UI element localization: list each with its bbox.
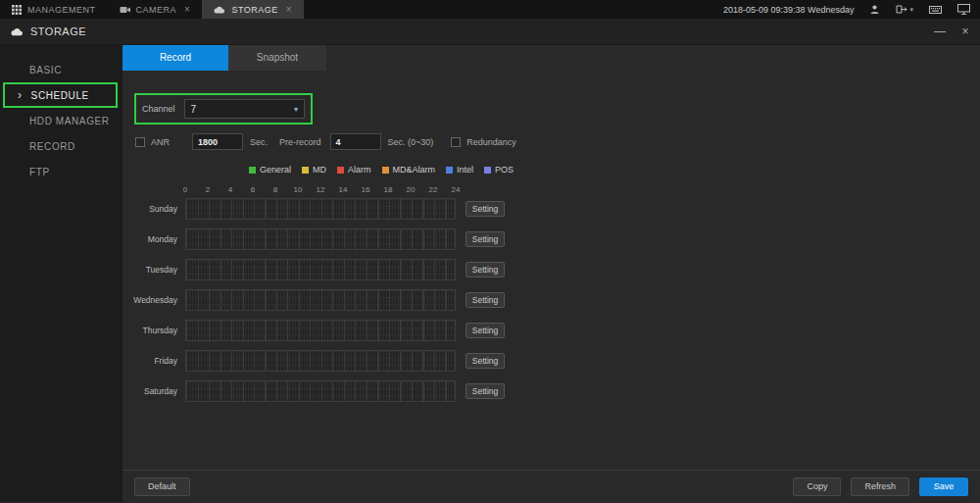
minimize-icon[interactable]: — — [934, 25, 947, 37]
schedule-grid-saturday[interactable] — [185, 380, 456, 402]
tab-record[interactable]: Record — [122, 45, 228, 71]
hour-tick-label: 20 — [407, 185, 416, 194]
legend-general: General — [249, 165, 291, 175]
anr-input[interactable]: 1800 — [192, 133, 243, 150]
copy-button[interactable]: Copy — [793, 478, 841, 496]
setting-button-saturday[interactable]: Setting — [466, 383, 505, 399]
schedule-grid-tuesday[interactable] — [185, 259, 456, 280]
schedule-row-thursday: Thursday Setting — [122, 320, 980, 341]
day-label: Friday — [122, 356, 185, 366]
day-label: Tuesday — [122, 265, 185, 275]
schedule-grid-monday[interactable] — [185, 228, 456, 250]
tab-storage[interactable]: STORAGE × — [202, 0, 304, 19]
legend-pos-label: POS — [495, 165, 514, 175]
prerecord-input[interactable]: 4 — [330, 133, 381, 150]
record-snapshot-tabs: Record Snapshot — [122, 45, 980, 71]
legend-md-alarm: MD&Alarm — [382, 165, 436, 175]
hour-tick-label: 4 — [228, 185, 232, 194]
prerecord-label: Pre-record — [279, 137, 321, 147]
schedule-row-sunday: Sunday Setting — [122, 198, 980, 220]
day-label: Wednesday — [122, 295, 185, 305]
sidebar-item-basic[interactable]: BASIC — [0, 57, 122, 82]
tab-snapshot[interactable]: Snapshot — [228, 45, 326, 71]
tab-storage-close-icon[interactable]: × — [286, 5, 292, 15]
setting-button-tuesday[interactable]: Setting — [466, 262, 505, 277]
day-label: Saturday — [122, 386, 185, 396]
legend-general-label: General — [260, 165, 291, 175]
setting-button-friday[interactable]: Setting — [466, 353, 505, 369]
time-axis: 0 2 4 6 8 10 12 14 16 18 20 22 24 — [185, 185, 456, 195]
pos-swatch — [484, 167, 491, 174]
schedule-grid-thursday[interactable] — [185, 320, 456, 341]
setting-button-thursday[interactable]: Setting — [466, 323, 505, 338]
schedule-row-monday: Monday Setting — [122, 228, 980, 250]
save-button[interactable]: Save — [919, 478, 968, 496]
schedule-row-saturday: Saturday Setting — [122, 380, 980, 402]
logout-icon[interactable]: ▾ — [896, 4, 913, 15]
legend-alarm-label: Alarm — [348, 165, 371, 175]
hour-tick-label: 12 — [317, 185, 325, 194]
tab-management[interactable]: MANAGEMENT — [0, 0, 108, 19]
hour-tick-label: 10 — [294, 185, 303, 194]
sidebar-item-hdd-manager[interactable]: HDD MANAGER — [0, 108, 122, 133]
alarm-swatch — [337, 167, 344, 174]
record-type-legend: General MD Alarm MD&Alarm Intel POS — [249, 165, 980, 175]
general-swatch — [249, 167, 256, 174]
sidebar: BASIC › SCHEDULE HDD MANAGER RECORD FTP — [0, 45, 122, 502]
intel-swatch — [446, 167, 453, 174]
topbar-right: 2018-05-09 09:39:38 Wednesday ▾ — [723, 0, 980, 19]
sidebar-item-basic-label: BASIC — [29, 65, 62, 75]
camera-icon — [120, 6, 130, 14]
md-swatch — [302, 167, 309, 174]
anr-checkbox[interactable] — [135, 137, 145, 147]
user-icon[interactable] — [869, 4, 880, 15]
datetime-display: 2018-05-09 09:39:38 Wednesday — [723, 5, 854, 15]
setting-button-sunday[interactable]: Setting — [466, 201, 505, 217]
setting-button-wednesday[interactable]: Setting — [466, 292, 505, 308]
tab-camera-label: CAMERA — [136, 5, 177, 15]
hour-tick-label: 14 — [339, 185, 348, 194]
hour-tick-label: 24 — [452, 185, 461, 194]
main-panel: Record Snapshot Channel 7 ▾ ANR 1800 Sec… — [122, 45, 980, 502]
sidebar-item-ftp-label: FTP — [29, 167, 50, 177]
legend-intel: Intel — [446, 165, 473, 175]
legend-pos: POS — [484, 165, 514, 175]
redundancy-label: Redundancy — [466, 137, 516, 147]
tab-camera-close-icon[interactable]: × — [184, 5, 190, 15]
monitor-icon[interactable] — [957, 4, 970, 15]
hour-tick-label: 0 — [183, 185, 187, 194]
schedule-row-wednesday: Wednesday Setting — [122, 289, 980, 311]
hour-tick-label: 8 — [273, 185, 277, 194]
schedule-grid-wednesday[interactable] — [185, 289, 456, 311]
hour-tick-label: 18 — [384, 185, 393, 194]
record-options-row: ANR 1800 Sec. Pre-record 4 Sec. (0~30) R… — [135, 133, 980, 150]
keyboard-icon[interactable] — [929, 5, 942, 15]
schedule-grid-friday[interactable] — [185, 350, 456, 372]
sidebar-item-record-label: RECORD — [29, 141, 75, 152]
sidebar-item-ftp[interactable]: FTP — [0, 159, 122, 184]
logout-caret-icon: ▾ — [909, 6, 913, 14]
sidebar-item-hdd-manager-label: HDD MANAGER — [29, 116, 110, 126]
setting-button-monday[interactable]: Setting — [466, 231, 505, 247]
default-button[interactable]: Default — [134, 478, 190, 496]
schedule-row-friday: Friday Setting — [122, 350, 980, 372]
close-icon[interactable]: × — [961, 25, 969, 37]
channel-label: Channel — [142, 104, 175, 114]
sidebar-item-record[interactable]: RECORD — [0, 133, 122, 159]
day-label: Thursday — [122, 326, 185, 335]
hour-tick-label: 6 — [251, 185, 255, 194]
channel-dropdown[interactable]: 7 ▾ — [184, 99, 305, 119]
menu-grid-icon — [12, 5, 22, 15]
channel-selector-highlight: Channel 7 ▾ — [134, 93, 313, 125]
hour-tick-label: 2 — [206, 185, 210, 194]
hour-tick-label: 22 — [429, 185, 438, 194]
refresh-button[interactable]: Refresh — [851, 478, 909, 496]
legend-intel-label: Intel — [457, 165, 473, 175]
page-title: STORAGE — [30, 25, 86, 37]
redundancy-checkbox[interactable] — [451, 137, 461, 147]
tab-camera[interactable]: CAMERA × — [108, 0, 203, 19]
legend-md-alarm-label: MD&Alarm — [393, 165, 436, 175]
legend-md: MD — [302, 165, 326, 175]
schedule-grid-sunday[interactable] — [185, 198, 456, 220]
sidebar-item-schedule[interactable]: › SCHEDULE — [3, 82, 118, 108]
